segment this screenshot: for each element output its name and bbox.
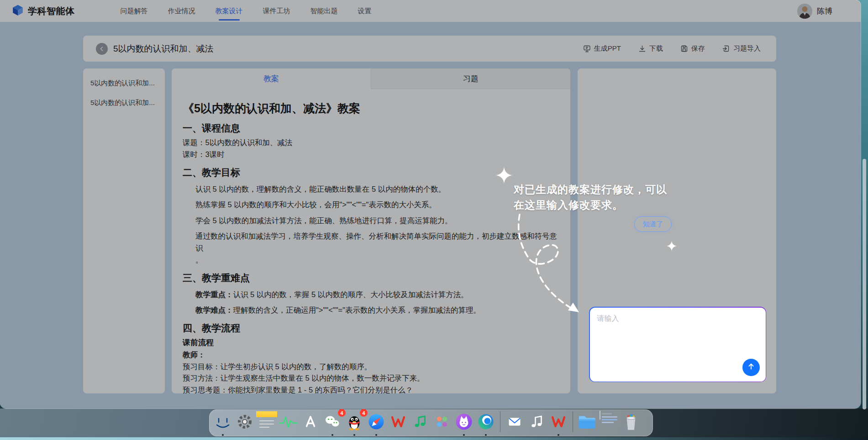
finder-dock-icon[interactable] [212,411,233,432]
tutorial-tip-line: 在这里输入修改要求。 [514,197,667,213]
got-it-button[interactable]: 知道了 [634,216,672,232]
dock-divider [500,411,500,432]
window-scrollbar[interactable] [863,159,866,409]
photos-dock-icon[interactable] [431,411,452,432]
notes-dock-icon[interactable] [256,411,277,432]
file-preview-dock-icon[interactable] [599,411,620,432]
dock-divider [573,411,573,432]
screen: 学科智能体 问题解答 作业情况 教案设计 课件工坊 智能出题 设置 [0,0,868,440]
microsoft-edge-dock-icon[interactable] [475,411,496,432]
arrow-up-icon [747,362,755,372]
safari-dock-icon[interactable] [366,411,387,432]
qq-badge: 4 [360,409,368,417]
tutorial-tip-line: 对已生成的教案进行修改，可以 [514,182,667,197]
sparkle-icon [496,167,512,185]
revision-input-box [589,307,766,382]
mail-dock-icon[interactable] [504,411,525,432]
tutorial-tooltip: 对已生成的教案进行修改，可以 在这里输入修改要求。 [514,182,667,213]
activity-monitor-dock-icon[interactable] [278,411,299,432]
apple-music-dock-icon[interactable] [526,411,547,432]
qq-dock-icon[interactable]: 4 [344,411,365,432]
wechat-dock-icon[interactable]: 4 [322,411,343,432]
revision-input[interactable] [590,308,766,382]
revision-input-inner [590,308,766,382]
sparkle-icon [667,241,677,253]
system-settings-dock-icon[interactable] [234,411,255,432]
app-store-dock-icon[interactable] [300,411,321,432]
app-window: 学科智能体 问题解答 作业情况 教案设计 课件工坊 智能出题 设置 [0,0,861,409]
trash-dock-icon[interactable] [621,411,642,432]
qq-music-dock-icon[interactable] [410,411,431,432]
cat-app-dock-icon[interactable] [453,411,474,432]
wps-office-dock-icon[interactable] [548,411,569,432]
wps-office-dock-icon[interactable] [388,411,409,432]
folder-dock-icon[interactable] [577,411,598,432]
dock-icons: 4 4 [212,411,642,432]
send-button[interactable] [742,359,760,376]
wechat-badge: 4 [338,409,346,417]
